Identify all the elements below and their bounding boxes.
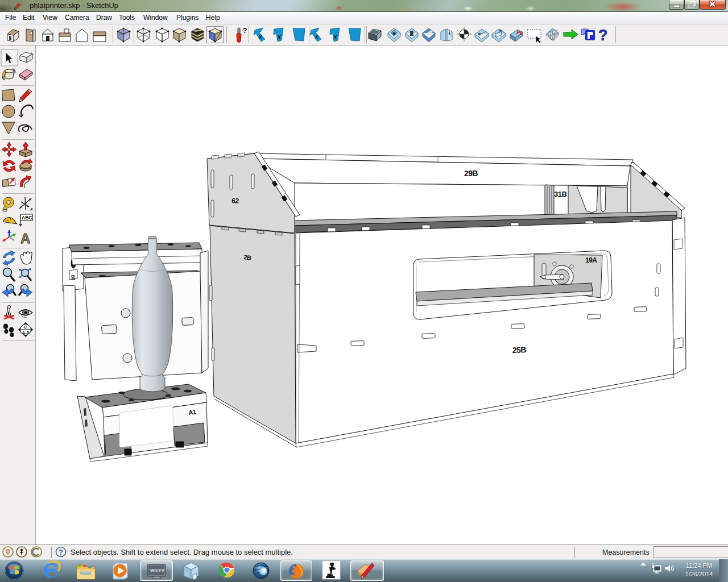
svg-text:x: x xyxy=(277,34,281,40)
svg-text:A1: A1 xyxy=(188,408,197,416)
svg-text:?: ? xyxy=(598,27,608,44)
svg-text:?: ? xyxy=(243,27,247,35)
svg-text:ABC: ABC xyxy=(22,215,32,221)
svg-text:62: 62 xyxy=(231,197,239,205)
svg-text:WinTV: WinTV xyxy=(150,568,164,573)
svg-text:31B: 31B xyxy=(554,190,566,198)
svg-text:2: 2 xyxy=(554,30,556,34)
svg-text:2B: 2B xyxy=(243,253,252,261)
svg-text:19A: 19A xyxy=(585,256,597,264)
svg-text:A-5: A-5 xyxy=(22,330,30,335)
svg-text:A: A xyxy=(20,231,30,246)
svg-text:80: 80 xyxy=(70,275,76,280)
svg-text:x: x xyxy=(315,34,318,40)
svg-text:?: ? xyxy=(59,548,63,556)
svg-text:3: 3 xyxy=(552,35,554,39)
svg-text:C: C xyxy=(24,325,27,330)
svg-text:29B: 29B xyxy=(464,169,478,178)
svg-text:25B: 25B xyxy=(512,345,527,355)
svg-text:x: x xyxy=(333,34,337,40)
svg-text:x: x xyxy=(258,34,262,40)
